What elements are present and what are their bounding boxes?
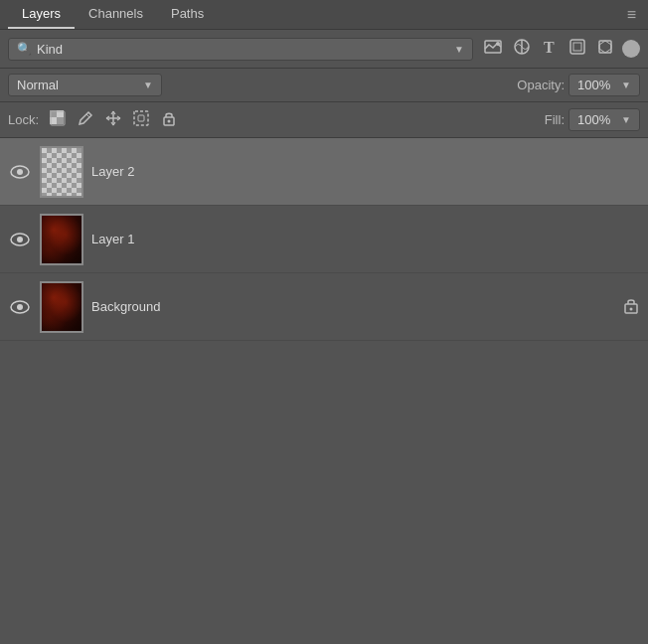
tab-bar: Layers Channels Paths ≡ — [0, 0, 648, 30]
filter-row: 🔍 Kind ▼ — [0, 30, 648, 69]
layer-name: Layer 1 — [91, 232, 640, 246]
layers-list: Layer 2 Layer 1 — [0, 138, 648, 644]
layer-item[interactable]: Layer 1 — [0, 206, 648, 273]
lock-transparent-icon[interactable] — [47, 107, 69, 132]
blend-mode-dropdown[interactable]: Normal ▼ — [8, 74, 162, 96]
fill-group: Fill: 100% ▼ — [545, 108, 640, 131]
layer-item[interactable]: Layer 2 — [0, 138, 648, 206]
opacity-label: Opacity: — [517, 78, 565, 92]
fill-dropdown[interactable]: 100% ▼ — [568, 108, 640, 131]
tab-paths[interactable]: Paths — [157, 0, 218, 29]
svg-rect-14 — [134, 111, 148, 125]
kind-dropdown[interactable]: 🔍 Kind ▼ — [8, 38, 473, 61]
svg-rect-15 — [138, 115, 144, 121]
layer-thumbnail — [40, 281, 83, 333]
svg-point-17 — [168, 120, 171, 123]
layer-name: Layer 2 — [91, 164, 640, 179]
fill-value: 100% — [577, 112, 616, 127]
kind-dropdown-arrow: ▼ — [454, 44, 464, 55]
lock-pixels-icon[interactable] — [75, 107, 96, 132]
svg-point-25 — [630, 307, 633, 310]
shape-filter-icon[interactable] — [567, 36, 588, 62]
svg-rect-5 — [570, 40, 584, 54]
opacity-dropdown[interactable]: 100% ▼ — [568, 74, 640, 96]
search-icon: 🔍 — [17, 42, 32, 56]
tab-channels[interactable]: Channels — [75, 0, 157, 29]
layers-panel: Layers Channels Paths ≡ 🔍 Kind ▼ — [0, 0, 648, 644]
layer-visibility-toggle[interactable] — [8, 233, 32, 246]
lock-row: Lock: — [0, 102, 648, 138]
svg-line-13 — [86, 114, 89, 117]
blend-mode-label: Normal — [17, 78, 138, 92]
svg-rect-6 — [573, 43, 581, 51]
adjustment-filter-icon[interactable] — [511, 36, 533, 62]
layer-name: Background — [91, 299, 614, 314]
layer-visibility-toggle[interactable] — [8, 165, 32, 179]
layer-visibility-toggle[interactable] — [8, 300, 32, 314]
layer-thumbnail — [40, 146, 83, 198]
svg-point-21 — [17, 237, 23, 242]
svg-point-19 — [17, 169, 23, 175]
filter-icons: T — [481, 36, 640, 62]
background-lock-icon — [622, 296, 640, 318]
panel-menu-icon[interactable]: ≡ — [623, 4, 640, 26]
fill-arrow: ▼ — [621, 114, 631, 125]
layer-thumbnail — [40, 214, 83, 265]
lock-all-icon[interactable] — [158, 107, 180, 132]
svg-point-1 — [496, 42, 500, 46]
color-filter-icon[interactable] — [622, 40, 640, 58]
smart-filter-icon[interactable] — [594, 36, 616, 62]
opacity-arrow: ▼ — [621, 80, 631, 90]
blend-mode-arrow: ▼ — [143, 80, 153, 90]
tab-group: Layers Channels Paths — [8, 0, 218, 29]
svg-rect-11 — [57, 117, 64, 124]
svg-point-23 — [17, 304, 23, 310]
lock-artboard-icon[interactable] — [130, 107, 152, 132]
lock-icons — [47, 107, 180, 132]
tab-layers[interactable]: Layers — [8, 0, 75, 29]
svg-text:T: T — [544, 39, 555, 56]
blend-row: Normal ▼ Opacity: 100% ▼ — [0, 69, 648, 102]
lock-label: Lock: — [8, 112, 39, 127]
pixel-filter-icon[interactable] — [481, 36, 505, 62]
fill-label: Fill: — [545, 112, 565, 127]
layer-item[interactable]: Background — [0, 273, 648, 341]
svg-rect-7 — [599, 41, 611, 53]
lock-position-icon[interactable] — [102, 107, 124, 132]
kind-label: Kind — [37, 42, 449, 57]
opacity-group: Opacity: 100% ▼ — [517, 74, 640, 96]
opacity-value: 100% — [577, 78, 616, 92]
type-filter-icon[interactable]: T — [539, 36, 561, 62]
